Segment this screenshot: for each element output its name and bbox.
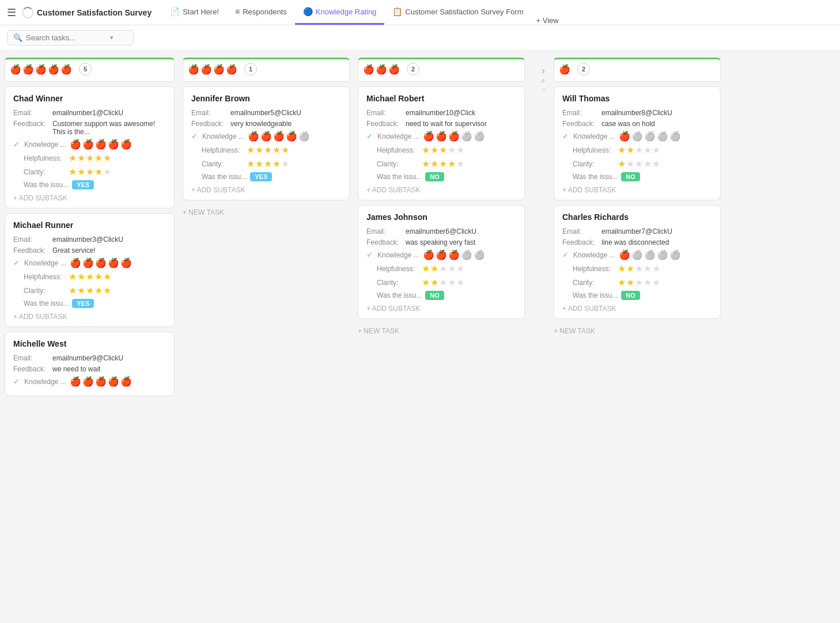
add-subtask-jennifer[interactable]: + ADD SUBTASK — [191, 186, 341, 194]
field-issue-robert: Was the issu... NO — [366, 172, 516, 181]
apple-rating-3: 🍎 🍎 🍎 — [363, 64, 400, 75]
list-icon: ≡ — [235, 7, 240, 16]
field-clarity-robert: Clarity: ★★★★★ — [366, 158, 516, 169]
column-separator[interactable]: › ∿ ○ — [533, 58, 554, 615]
field-helpfulness-charles: Helpfulness: ★★★★★ — [562, 263, 712, 274]
column-3-scroll: Michael Robert Email: emailnumber10@Clic… — [358, 86, 525, 615]
hamburger-icon[interactable]: ☰ — [7, 6, 16, 19]
chevron-down-icon[interactable]: ▾ — [110, 34, 113, 41]
field-helpfulness-runner: Helpfulness: ★★★★★ — [13, 271, 166, 282]
apple-rating-5: 🍎 🍎 🍎 🍎 🍎 — [10, 64, 72, 75]
add-subtask-charles[interactable]: + ADD SUBTASK — [562, 305, 712, 313]
task-name-will: Will Thomas — [562, 94, 712, 103]
new-task-col3[interactable]: + NEW TASK — [358, 324, 525, 339]
tab-survey-form[interactable]: 📋 Customer Satisfaction Survey Form — [384, 0, 531, 25]
field-feedback-will: Feedback: case was on hold — [562, 120, 712, 128]
field-feedback-west: Feedback: we need to wait — [13, 365, 166, 373]
check-icon: ✓ — [562, 132, 569, 140]
field-issue-jennifer: Was the issu... YES — [191, 172, 341, 181]
blue-circle-icon: 🔵 — [303, 7, 313, 16]
column-5-apples: 🍎 🍎 🍎 🍎 🍎 5 Chad Winner Email: emailnumb… — [5, 58, 175, 615]
clipboard-icon: 📋 — [392, 7, 402, 16]
tab-start-here[interactable]: 📄 Start Here! — [162, 0, 227, 25]
clarity-stars-chad: ★★★★★ — [69, 166, 111, 177]
field-helpfulness-robert: Helpfulness: ★★★★★ — [366, 145, 516, 155]
top-nav: ☰ Customer Satisfaction Survey 📄 Start H… — [0, 0, 840, 25]
nav-tabs: 📄 Start Here! ≡ Respondents 🔵 Knowledge … — [162, 0, 563, 25]
column-header-3: 🍎 🍎 🍎 2 — [358, 58, 525, 82]
field-email-chad: Email: emailnumber1@ClickU — [13, 109, 166, 117]
field-helpfulness-james: Helpfulness: ★★★★★ — [366, 263, 516, 274]
task-card-james-johnson: James Johnson Email: emailnumber6@ClickU… — [358, 205, 525, 319]
apple-3: 🍎 — [35, 64, 47, 75]
apple-rating-2: 🍎 — [559, 64, 570, 75]
field-feedback-robert: Feedback: need to wait for supervisor — [366, 120, 516, 128]
column-header-2: 🍎 2 — [554, 58, 721, 82]
column-3-apples: 🍎 🍎 🍎 2 Michael Robert Email: emailnumbe… — [358, 58, 525, 615]
task-card-michael-robert: Michael Robert Email: emailnumber10@Clic… — [358, 86, 525, 200]
field-knowledge-jennifer: ✓ Knowledge ... 🍎🍎🍎🍎🍎 — [191, 131, 341, 142]
search-icon: 🔍 — [13, 33, 22, 42]
column-header-5: 🍎 🍎 🍎 🍎 🍎 5 — [5, 58, 175, 82]
tab-knowledge-rating[interactable]: 🔵 Knowledge Rating — [295, 0, 385, 25]
field-clarity-will: Clarity: ★★★★★ — [562, 158, 712, 169]
expand-icon[interactable]: › — [542, 66, 544, 76]
no-badge-james: NO — [425, 291, 444, 300]
column-4-scroll: Jennifer Brown Email: emailnumber5@Click… — [183, 86, 350, 615]
task-name-jennifer: Jennifer Brown — [191, 94, 341, 103]
task-name-robert: Michael Robert — [366, 94, 516, 103]
field-helpfulness-jennifer: Helpfulness: ★★★★★ — [191, 145, 341, 155]
tab-respondents[interactable]: ≡ Respondents — [227, 0, 295, 25]
check-icon: ✓ — [366, 132, 373, 140]
task-name-james: James Johnson — [366, 212, 516, 222]
apple-2: 🍎 — [22, 64, 34, 75]
check-icon: ✓ — [366, 250, 373, 259]
field-issue-chad: Was the issu... YES — [13, 180, 166, 189]
add-subtask-chad[interactable]: + ADD SUBTASK — [13, 194, 166, 202]
yes-badge-chad: YES — [72, 180, 94, 189]
new-task-col4[interactable]: + NEW TASK — [183, 205, 350, 220]
task-card-michael-runner: Michael Runner Email: emailnumber3@Click… — [5, 213, 175, 327]
add-subtask-runner[interactable]: + ADD SUBTASK — [13, 313, 166, 321]
search-bar: 🔍 ▾ — [0, 25, 840, 51]
apple-rating-4: 🍎 🍎 🍎 🍎 — [188, 64, 237, 75]
field-clarity-chad: Clarity: ★★★★★ — [13, 166, 166, 177]
task-name-chad: Chad Winner — [13, 94, 166, 103]
separator-dot: ○ — [542, 86, 546, 93]
task-name-runner: Michael Runner — [13, 221, 166, 230]
column-2-apples: 🍎 2 Will Thomas Email: emailnumber8@Clic… — [554, 58, 721, 615]
add-subtask-robert[interactable]: + ADD SUBTASK — [366, 186, 516, 194]
field-email-robert: Email: emailnumber10@Click — [366, 109, 516, 117]
task-card-will-thomas: Will Thomas Email: emailnumber8@ClickU F… — [554, 86, 721, 200]
field-knowledge-chad: ✓ Knowledge ... 🍎🍎🍎🍎🍎 — [13, 139, 166, 150]
knowledge-apples-chad: 🍎🍎🍎🍎🍎 — [70, 139, 132, 150]
field-email-charles: Email: emailnumber7@ClickU — [562, 227, 712, 235]
column-count-5: 5 — [79, 63, 92, 75]
task-name-charles: Charles Richards — [562, 212, 712, 222]
field-knowledge-robert: ✓ Knowledge ... 🍎🍎🍎🍎🍎 — [366, 131, 516, 142]
search-input[interactable] — [26, 33, 107, 42]
check-icon: ✓ — [191, 132, 198, 140]
field-knowledge-charles: ✓ Knowledge ... 🍎🍎🍎🍎🍎 — [562, 249, 712, 260]
column-count-4: 1 — [244, 63, 257, 75]
no-badge-will: NO — [621, 172, 640, 181]
add-subtask-will[interactable]: + ADD SUBTASK — [562, 186, 712, 194]
apple-1: 🍎 — [10, 64, 21, 75]
task-name-west: Michelle West — [13, 339, 166, 348]
check-icon: ✓ — [562, 250, 569, 259]
apple-4: 🍎 — [48, 64, 59, 75]
task-card-chad-winner: Chad Winner Email: emailnumber1@ClickU F… — [5, 86, 175, 208]
add-subtask-james[interactable]: + ADD SUBTASK — [366, 305, 516, 313]
column-count-2: 2 — [577, 63, 590, 75]
no-badge-robert: NO — [425, 172, 444, 181]
check-icon: ✓ — [13, 140, 20, 149]
task-card-charles-richards: Charles Richards Email: emailnumber7@Cli… — [554, 205, 721, 319]
new-task-col2[interactable]: + NEW TASK — [554, 324, 721, 339]
field-issue-james: Was the issu... NO — [366, 291, 516, 300]
field-issue-runner: Was the issu... YES — [13, 299, 166, 308]
field-knowledge-james: ✓ Knowledge ... 🍎🍎🍎🍎🍎 — [366, 249, 516, 260]
apple-5: 🍎 — [60, 64, 72, 75]
field-clarity-runner: Clarity: ★★★★★ — [13, 285, 166, 296]
add-view-button[interactable]: + View — [532, 16, 563, 25]
search-input-wrap[interactable]: 🔍 ▾ — [7, 30, 134, 45]
